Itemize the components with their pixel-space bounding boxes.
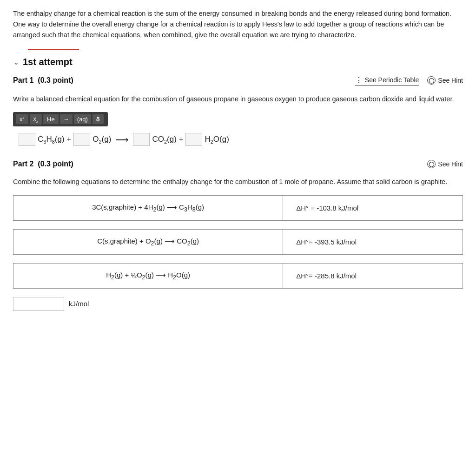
- toolbar-aq-btn[interactable]: (aq): [74, 114, 91, 124]
- part2-actions: ◯ See Hint: [427, 160, 463, 168]
- propane-formula: C3H8(g) +: [38, 135, 71, 145]
- equation-table-2: C(s,graphite) + O2(g) ⟶ CO2(g) ΔH°= -393…: [13, 229, 463, 255]
- part2-title: Part 2 (0.3 point): [13, 160, 73, 168]
- equation-3-right: ΔH°= -285.8 kJ/mol: [283, 263, 463, 288]
- attempt-label: 1st attempt: [23, 57, 73, 67]
- part1-actions: ⋮ See Periodic Table ◯ See Hint: [355, 76, 463, 86]
- table-row: C(s,graphite) + O2(g) ⟶ CO2(g) ΔH°= -393…: [13, 229, 463, 254]
- coeff-box-4[interactable]: [185, 133, 202, 146]
- toolbar-delta-btn[interactable]: δ: [93, 114, 104, 124]
- water-formula: H2O(g): [205, 135, 229, 145]
- attempt-row: ⌄ 1st attempt: [13, 57, 463, 67]
- co2-formula: CO2(g) +: [152, 135, 183, 145]
- equation-table-3: H2(g) + ½O2(g) ⟶ H2O(g) ΔH°= -285.8 kJ/m…: [13, 263, 463, 289]
- intro-line3: arranged such that the chemical equation…: [13, 31, 356, 39]
- oxygen-formula: O2(g): [93, 135, 111, 145]
- part2-description: Combine the following equations to deter…: [13, 177, 463, 187]
- coeff-box-1[interactable]: [19, 133, 35, 146]
- section-divider: [28, 49, 79, 50]
- table-row: H2(g) + ½O2(g) ⟶ H2O(g) ΔH°= -285.8 kJ/m…: [13, 263, 463, 288]
- intro-line1: The enthalpy change for a chemical react…: [13, 10, 451, 17]
- equation-2-right: ΔH°= -393.5 kJ/mol: [283, 229, 463, 254]
- hint-icon-part2: ◯: [427, 160, 436, 168]
- intro-text: The enthalpy change for a chemical react…: [13, 8, 463, 41]
- chemical-equation-part1: C3H8(g) + O2(g) ⟶ CO2(g) + H2O(g): [19, 133, 463, 146]
- coeff-box-3[interactable]: [133, 133, 150, 146]
- part1-section: Part 1 (0.3 point) ⋮ See Periodic Table …: [13, 76, 463, 146]
- kj-row: kJ/mol: [13, 297, 463, 311]
- periodic-table-icon: ⋮: [355, 76, 363, 85]
- see-periodic-table-button[interactable]: ⋮ See Periodic Table: [355, 76, 419, 86]
- chevron-down-icon[interactable]: ⌄: [13, 58, 19, 66]
- part1-header: Part 1 (0.3 point) ⋮ See Periodic Table …: [13, 76, 463, 88]
- toolbar-arrow-btn[interactable]: →: [60, 114, 73, 124]
- toolbar-he-btn[interactable]: He: [43, 114, 59, 124]
- equation-3-left: H2(g) + ½O2(g) ⟶ H2O(g): [13, 263, 283, 288]
- part2-header: Part 2 (0.3 point) ◯ See Hint: [13, 160, 463, 171]
- coeff-box-2[interactable]: [73, 133, 90, 146]
- equation-2-left: C(s,graphite) + O2(g) ⟶ CO2(g): [13, 229, 283, 254]
- equation-1-right: ΔH° = -103.8 kJ/mol: [283, 195, 463, 220]
- equation-table-1: 3C(s,graphite) + 4H2(g) ⟶ C3H8(g) ΔH° = …: [13, 195, 463, 221]
- see-hint-button-part1[interactable]: ◯ See Hint: [427, 76, 463, 85]
- kj-input[interactable]: [13, 297, 64, 311]
- part1-title: Part 1 (0.3 point): [13, 76, 73, 85]
- table-row: 3C(s,graphite) + 4H2(g) ⟶ C3H8(g) ΔH° = …: [13, 195, 463, 220]
- toolbar-x-sub-btn[interactable]: xx: [30, 114, 42, 125]
- part1-description: Write a balanced chemical equation for t…: [13, 94, 463, 105]
- hint-icon-part1: ◯: [427, 76, 436, 85]
- equation-1-left: 3C(s,graphite) + 4H2(g) ⟶ C3H8(g): [13, 195, 283, 220]
- reaction-arrow: ⟶: [115, 134, 129, 145]
- kj-label: kJ/mol: [69, 300, 89, 308]
- equation-toolbar: xx xx He → (aq) δ: [13, 112, 108, 127]
- toolbar-x-super-btn[interactable]: xx: [16, 114, 28, 124]
- see-hint-button-part2[interactable]: ◯ See Hint: [427, 160, 463, 168]
- part2-section: Part 2 (0.3 point) ◯ See Hint Combine th…: [13, 160, 463, 310]
- intro-line2: One way to determine the overall energy …: [13, 20, 444, 28]
